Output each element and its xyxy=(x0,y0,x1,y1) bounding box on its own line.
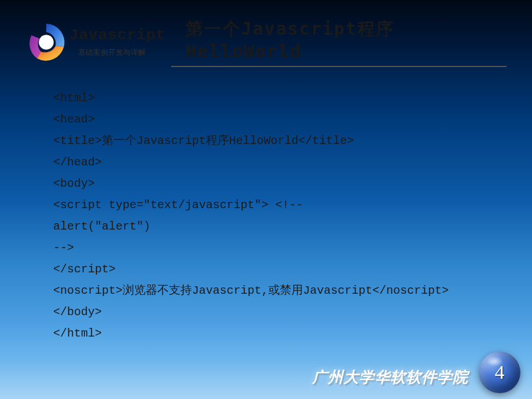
page-number-badge: 4 xyxy=(479,352,520,393)
code-line: <noscript>浏览器不支持Javascript,或禁用Javascript… xyxy=(53,280,532,301)
header: Javascript 基础案例开发与详解 第一个Javascript程序Hell… xyxy=(0,0,532,67)
logo-title: Javascript xyxy=(69,27,165,44)
code-line: <head> xyxy=(53,109,532,130)
code-line: <title>第一个Javascript程序HelloWorld</title> xyxy=(53,130,532,152)
logo-icon xyxy=(23,19,69,65)
code-line: </html> xyxy=(53,323,532,344)
logo-text-stack: Javascript 基础案例开发与详解 xyxy=(69,27,165,58)
code-line: </head> xyxy=(53,152,532,173)
code-line: <html> xyxy=(53,87,532,109)
title-section: 第一个Javascript程序HelloWorld xyxy=(186,17,509,67)
code-line: <body> xyxy=(53,173,532,194)
code-line: </body> xyxy=(53,301,532,323)
title-underline xyxy=(171,66,507,67)
code-block: <html> <head> <title>第一个Javascript程序Hell… xyxy=(0,87,532,344)
logo-section: Javascript 基础案例开发与详解 xyxy=(23,19,165,65)
code-line: alert("alert") xyxy=(53,216,532,237)
page-number: 4 xyxy=(495,361,505,383)
code-line: <script type="text/javascript"> <!-- xyxy=(53,194,532,216)
code-line: --> xyxy=(53,237,532,258)
footer-institution: 广州大学华软软件学院 xyxy=(312,367,468,387)
page-title: 第一个Javascript程序HelloWorld xyxy=(186,17,509,61)
logo-subtitle: 基础案例开发与详解 xyxy=(78,47,165,58)
svg-point-0 xyxy=(39,35,54,50)
code-line: </script> xyxy=(53,258,532,280)
